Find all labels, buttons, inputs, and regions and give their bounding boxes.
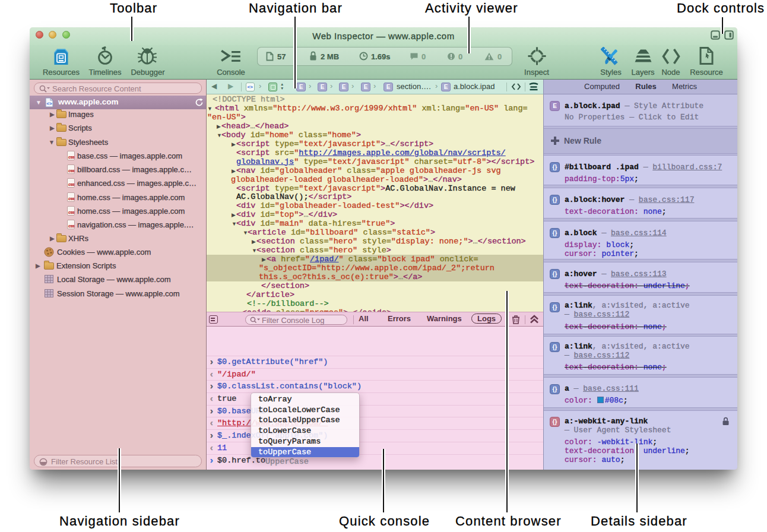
svg-text:<>: <> (46, 101, 52, 106)
